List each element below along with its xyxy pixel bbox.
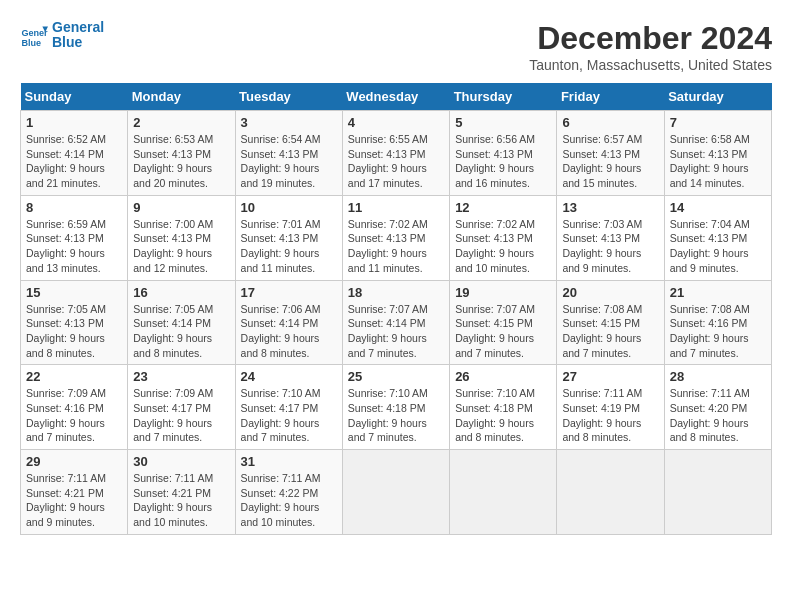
header-wednesday: Wednesday: [342, 83, 449, 111]
calendar-cell: 31 Sunrise: 7:11 AM Sunset: 4:22 PM Dayl…: [235, 450, 342, 535]
calendar-cell: 29 Sunrise: 7:11 AM Sunset: 4:21 PM Dayl…: [21, 450, 128, 535]
day-number: 27: [562, 369, 658, 384]
logo-line2: Blue: [52, 35, 104, 50]
header-friday: Friday: [557, 83, 664, 111]
day-info: Sunrise: 7:10 AM Sunset: 4:17 PM Dayligh…: [241, 386, 337, 445]
day-number: 22: [26, 369, 122, 384]
day-number: 23: [133, 369, 229, 384]
day-info: Sunrise: 6:52 AM Sunset: 4:14 PM Dayligh…: [26, 132, 122, 191]
day-info: Sunrise: 7:11 AM Sunset: 4:22 PM Dayligh…: [241, 471, 337, 530]
day-number: 30: [133, 454, 229, 469]
day-number: 13: [562, 200, 658, 215]
calendar-title: December 2024: [529, 20, 772, 57]
day-number: 1: [26, 115, 122, 130]
calendar-cell: [664, 450, 771, 535]
day-number: 5: [455, 115, 551, 130]
day-number: 9: [133, 200, 229, 215]
day-number: 17: [241, 285, 337, 300]
calendar-cell: 17 Sunrise: 7:06 AM Sunset: 4:14 PM Dayl…: [235, 280, 342, 365]
calendar-cell: 16 Sunrise: 7:05 AM Sunset: 4:14 PM Dayl…: [128, 280, 235, 365]
day-info: Sunrise: 7:06 AM Sunset: 4:14 PM Dayligh…: [241, 302, 337, 361]
day-number: 12: [455, 200, 551, 215]
day-info: Sunrise: 7:05 AM Sunset: 4:14 PM Dayligh…: [133, 302, 229, 361]
day-info: Sunrise: 7:02 AM Sunset: 4:13 PM Dayligh…: [348, 217, 444, 276]
day-number: 24: [241, 369, 337, 384]
day-info: Sunrise: 6:55 AM Sunset: 4:13 PM Dayligh…: [348, 132, 444, 191]
calendar-cell: 8 Sunrise: 6:59 AM Sunset: 4:13 PM Dayli…: [21, 195, 128, 280]
logo-icon: General Blue: [20, 21, 48, 49]
header: General Blue General Blue December 2024 …: [20, 20, 772, 73]
day-info: Sunrise: 7:07 AM Sunset: 4:15 PM Dayligh…: [455, 302, 551, 361]
calendar-cell: 28 Sunrise: 7:11 AM Sunset: 4:20 PM Dayl…: [664, 365, 771, 450]
day-number: 10: [241, 200, 337, 215]
calendar-week-2: 8 Sunrise: 6:59 AM Sunset: 4:13 PM Dayli…: [21, 195, 772, 280]
day-info: Sunrise: 7:02 AM Sunset: 4:13 PM Dayligh…: [455, 217, 551, 276]
calendar-week-5: 29 Sunrise: 7:11 AM Sunset: 4:21 PM Dayl…: [21, 450, 772, 535]
calendar-cell: 15 Sunrise: 7:05 AM Sunset: 4:13 PM Dayl…: [21, 280, 128, 365]
day-info: Sunrise: 7:08 AM Sunset: 4:15 PM Dayligh…: [562, 302, 658, 361]
day-info: Sunrise: 7:08 AM Sunset: 4:16 PM Dayligh…: [670, 302, 766, 361]
calendar-cell: 2 Sunrise: 6:53 AM Sunset: 4:13 PM Dayli…: [128, 111, 235, 196]
calendar-cell: 23 Sunrise: 7:09 AM Sunset: 4:17 PM Dayl…: [128, 365, 235, 450]
calendar-cell: 19 Sunrise: 7:07 AM Sunset: 4:15 PM Dayl…: [450, 280, 557, 365]
calendar-cell: 1 Sunrise: 6:52 AM Sunset: 4:14 PM Dayli…: [21, 111, 128, 196]
day-number: 29: [26, 454, 122, 469]
day-number: 8: [26, 200, 122, 215]
calendar-cell: 21 Sunrise: 7:08 AM Sunset: 4:16 PM Dayl…: [664, 280, 771, 365]
day-number: 26: [455, 369, 551, 384]
calendar-cell: [342, 450, 449, 535]
calendar-table: SundayMondayTuesdayWednesdayThursdayFrid…: [20, 83, 772, 535]
calendar-header-row: SundayMondayTuesdayWednesdayThursdayFrid…: [21, 83, 772, 111]
day-info: Sunrise: 7:07 AM Sunset: 4:14 PM Dayligh…: [348, 302, 444, 361]
calendar-cell: 5 Sunrise: 6:56 AM Sunset: 4:13 PM Dayli…: [450, 111, 557, 196]
day-number: 18: [348, 285, 444, 300]
calendar-cell: 24 Sunrise: 7:10 AM Sunset: 4:17 PM Dayl…: [235, 365, 342, 450]
day-info: Sunrise: 7:09 AM Sunset: 4:16 PM Dayligh…: [26, 386, 122, 445]
calendar-cell: 27 Sunrise: 7:11 AM Sunset: 4:19 PM Dayl…: [557, 365, 664, 450]
calendar-cell: 12 Sunrise: 7:02 AM Sunset: 4:13 PM Dayl…: [450, 195, 557, 280]
logo: General Blue General Blue: [20, 20, 104, 51]
day-info: Sunrise: 6:59 AM Sunset: 4:13 PM Dayligh…: [26, 217, 122, 276]
day-number: 11: [348, 200, 444, 215]
calendar-week-3: 15 Sunrise: 7:05 AM Sunset: 4:13 PM Dayl…: [21, 280, 772, 365]
day-info: Sunrise: 7:11 AM Sunset: 4:21 PM Dayligh…: [133, 471, 229, 530]
day-info: Sunrise: 7:09 AM Sunset: 4:17 PM Dayligh…: [133, 386, 229, 445]
header-monday: Monday: [128, 83, 235, 111]
day-number: 2: [133, 115, 229, 130]
day-info: Sunrise: 7:01 AM Sunset: 4:13 PM Dayligh…: [241, 217, 337, 276]
day-info: Sunrise: 7:11 AM Sunset: 4:19 PM Dayligh…: [562, 386, 658, 445]
header-sunday: Sunday: [21, 83, 128, 111]
header-saturday: Saturday: [664, 83, 771, 111]
day-info: Sunrise: 7:04 AM Sunset: 4:13 PM Dayligh…: [670, 217, 766, 276]
calendar-subtitle: Taunton, Massachusetts, United States: [529, 57, 772, 73]
day-number: 20: [562, 285, 658, 300]
calendar-cell: 30 Sunrise: 7:11 AM Sunset: 4:21 PM Dayl…: [128, 450, 235, 535]
calendar-cell: 14 Sunrise: 7:04 AM Sunset: 4:13 PM Dayl…: [664, 195, 771, 280]
calendar-cell: [557, 450, 664, 535]
logo-line1: General: [52, 20, 104, 35]
calendar-cell: 6 Sunrise: 6:57 AM Sunset: 4:13 PM Dayli…: [557, 111, 664, 196]
calendar-cell: 4 Sunrise: 6:55 AM Sunset: 4:13 PM Dayli…: [342, 111, 449, 196]
day-number: 21: [670, 285, 766, 300]
day-info: Sunrise: 6:53 AM Sunset: 4:13 PM Dayligh…: [133, 132, 229, 191]
calendar-cell: 18 Sunrise: 7:07 AM Sunset: 4:14 PM Dayl…: [342, 280, 449, 365]
day-info: Sunrise: 7:05 AM Sunset: 4:13 PM Dayligh…: [26, 302, 122, 361]
calendar-cell: [450, 450, 557, 535]
day-info: Sunrise: 6:58 AM Sunset: 4:13 PM Dayligh…: [670, 132, 766, 191]
day-number: 28: [670, 369, 766, 384]
day-number: 4: [348, 115, 444, 130]
calendar-cell: 3 Sunrise: 6:54 AM Sunset: 4:13 PM Dayli…: [235, 111, 342, 196]
day-info: Sunrise: 6:56 AM Sunset: 4:13 PM Dayligh…: [455, 132, 551, 191]
day-number: 16: [133, 285, 229, 300]
day-number: 25: [348, 369, 444, 384]
calendar-cell: 22 Sunrise: 7:09 AM Sunset: 4:16 PM Dayl…: [21, 365, 128, 450]
day-number: 31: [241, 454, 337, 469]
day-number: 19: [455, 285, 551, 300]
day-info: Sunrise: 6:57 AM Sunset: 4:13 PM Dayligh…: [562, 132, 658, 191]
calendar-cell: 10 Sunrise: 7:01 AM Sunset: 4:13 PM Dayl…: [235, 195, 342, 280]
day-info: Sunrise: 7:11 AM Sunset: 4:21 PM Dayligh…: [26, 471, 122, 530]
svg-text:Blue: Blue: [21, 38, 41, 48]
day-number: 3: [241, 115, 337, 130]
header-tuesday: Tuesday: [235, 83, 342, 111]
calendar-cell: 9 Sunrise: 7:00 AM Sunset: 4:13 PM Dayli…: [128, 195, 235, 280]
